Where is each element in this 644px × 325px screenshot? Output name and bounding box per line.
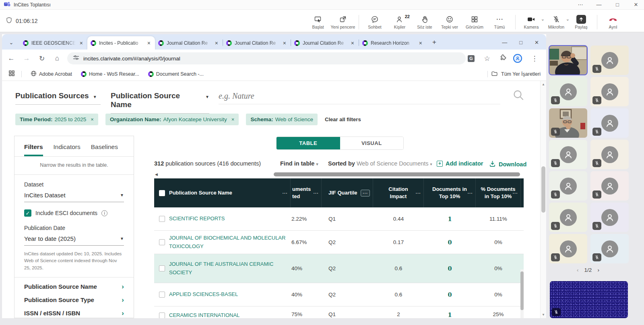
info-icon[interactable]: i: [101, 210, 107, 216]
esci-checkbox-row[interactable]: ✓ Include ESCI documents i: [24, 209, 124, 217]
participant-tile[interactable]: [549, 77, 587, 106]
row-checkbox[interactable]: [159, 216, 165, 222]
scroll-left-icon[interactable]: ◀: [155, 172, 158, 176]
leave-button[interactable]: Ayrıl: [601, 12, 625, 29]
tab-close-icon[interactable]: ×: [214, 40, 219, 46]
row-checkbox[interactable]: [159, 239, 165, 245]
filter-chip-organization[interactable]: Organization Name: Afyon Kocatepe Univer…: [105, 114, 239, 125]
raise-hand-button[interactable]: Söz iste: [413, 12, 436, 29]
table-horizontal-scrollbar[interactable]: ◀: [154, 172, 524, 177]
column-menu-icon[interactable]: ⋯: [361, 190, 370, 197]
participant-tile[interactable]: [590, 140, 629, 169]
participant-tile[interactable]: [590, 77, 629, 106]
column-menu-icon[interactable]: ⋯: [282, 190, 287, 196]
accordion-publication-source-name[interactable]: Publication Source Name ›: [14, 277, 134, 291]
source-search-input[interactable]: [219, 88, 500, 104]
browser-menu-icon[interactable]: ⋮: [528, 52, 541, 64]
remove-filter-icon[interactable]: ×: [91, 116, 94, 122]
source-link[interactable]: JOURNAL OF BIOCHEMICAL AND MOLECULAR TOX…: [169, 234, 286, 250]
react-button[interactable]: Tepki ver: [438, 12, 461, 29]
start-share-button[interactable]: Başlat: [306, 12, 330, 29]
remove-filter-icon[interactable]: ×: [231, 116, 235, 122]
filter-chip-time-period[interactable]: Time Period: 2025 to 2025 ×: [15, 114, 98, 125]
accordion-publication-source-type[interactable]: Publication Source Type ›: [14, 291, 134, 304]
clear-all-filters-link[interactable]: Clear all filters: [325, 116, 361, 122]
browser-tab-active[interactable]: Incites - Publicatio ×: [87, 36, 155, 50]
minimize-icon[interactable]: —: [595, 2, 603, 8]
vscroll-thumb[interactable]: [520, 271, 524, 310]
source-link[interactable]: CERAMICS INTERNATIONAL: [169, 311, 239, 318]
search-icon[interactable]: [512, 89, 524, 103]
apps-grid-icon[interactable]: [8, 70, 15, 78]
scroll-up-icon[interactable]: ▲: [542, 83, 545, 86]
participant-tile[interactable]: [549, 234, 587, 263]
forward-icon[interactable]: →: [21, 52, 33, 64]
participant-tile[interactable]: [549, 203, 587, 232]
participant-video-tile[interactable]: [549, 108, 587, 138]
column-header-citation-impact[interactable]: CitationImpact ⋯: [373, 178, 424, 207]
table-vertical-scrollbar[interactable]: [520, 269, 524, 318]
mic-chevron-icon[interactable]: ⌄: [566, 17, 570, 22]
mic-button[interactable]: ⌄ Mikrofon: [545, 12, 568, 29]
maximize-icon[interactable]: □: [613, 2, 621, 8]
browser-maximize-icon[interactable]: □: [519, 39, 522, 46]
browser-tab[interactable]: Journal Citation Re ×: [155, 36, 223, 50]
source-link[interactable]: APPLIED SCIENCES-BASEL: [169, 290, 238, 298]
row-checkbox[interactable]: [159, 313, 165, 318]
browser-minimize-icon[interactable]: —: [502, 39, 507, 46]
visual-view-button[interactable]: VISUAL: [340, 137, 404, 149]
home-icon[interactable]: ⌂: [51, 52, 63, 64]
column-menu-icon[interactable]: ⋯: [467, 190, 473, 196]
camera-button[interactable]: ⌄ Kamera: [520, 12, 543, 29]
browser-tab[interactable]: IEEE GEOSCIENCE ×: [20, 36, 87, 50]
bookmark-star-icon[interactable]: ☆: [481, 52, 493, 64]
accordion-issn[interactable]: ISSN / eISSN / ISBN ›: [14, 304, 134, 317]
all-bookmarks-label[interactable]: Tüm Yer İşaretleri: [501, 71, 541, 77]
camera-chevron-icon[interactable]: ⌄: [541, 17, 545, 22]
participant-tile[interactable]: [549, 140, 587, 169]
tab-close-icon[interactable]: ×: [418, 40, 423, 46]
participant-tile[interactable]: [590, 46, 629, 75]
participant-tile[interactable]: [590, 108, 629, 138]
bookmark-wos-home[interactable]: Home - WoS Resear...: [81, 71, 139, 77]
page-scrollbar[interactable]: ▲ ▼: [540, 81, 546, 318]
scroll-down-icon[interactable]: ▼: [542, 313, 545, 317]
table-view-button[interactable]: TABLE: [277, 137, 340, 149]
browser-close-icon[interactable]: ✕: [535, 39, 539, 46]
tab-close-icon[interactable]: ×: [78, 40, 84, 46]
browser-tab[interactable]: Journal Citation Re ×: [223, 36, 291, 50]
dataset-select[interactable]: InCites Dataset ▼: [24, 192, 124, 202]
source-link[interactable]: JOURNAL OF THE AUSTRALIAN CERAMIC SOCIET…: [169, 260, 286, 276]
new-tab-button[interactable]: +: [429, 37, 440, 48]
profile-avatar[interactable]: [513, 54, 522, 63]
view-button[interactable]: Görünüm: [463, 12, 486, 29]
column-header-jif-quartile[interactable]: JIF Quartile ⋯: [322, 178, 373, 207]
select-all-checkbox[interactable]: [159, 190, 165, 196]
tab-indicators[interactable]: Indicators: [54, 143, 80, 156]
new-window-button[interactable]: Yeni pencere: [331, 12, 355, 29]
screen-share-preview[interactable]: [550, 281, 628, 318]
add-indicator-button[interactable]: +Add indicator: [437, 160, 483, 167]
participant-tile[interactable]: [590, 171, 629, 201]
page-scroll-thumb[interactable]: [541, 166, 545, 213]
tab-baselines[interactable]: Baselines: [91, 143, 118, 156]
titlebar-more-icon[interactable]: ⋯: [576, 2, 584, 8]
column-header-pct-top10[interactable]: % Documentsin Top 10% ⋯: [476, 178, 521, 207]
find-in-table-dropdown[interactable]: Find in table ▾: [280, 160, 318, 167]
translate-icon[interactable]: G: [468, 55, 475, 62]
people-button[interactable]: 22 Kişiler: [388, 12, 411, 29]
tab-close-icon[interactable]: ×: [282, 40, 287, 46]
participant-tile[interactable]: [590, 234, 629, 263]
prev-page-icon[interactable]: ‹: [577, 267, 579, 273]
back-icon[interactable]: ←: [5, 52, 17, 64]
row-checkbox[interactable]: [159, 292, 165, 298]
bookmark-adobe[interactable]: Adobe Acrobat: [31, 70, 72, 78]
address-bar[interactable]: incites.clarivate.com/#/analysis/0/journ…: [67, 52, 466, 64]
row-checkbox[interactable]: [159, 265, 165, 271]
source-link[interactable]: SCIENTIFIC REPORTS: [169, 215, 225, 223]
next-page-icon[interactable]: ›: [597, 267, 599, 273]
participant-tile[interactable]: [590, 203, 629, 232]
bookmark-document-search[interactable]: Document Search -...: [148, 71, 204, 77]
reload-icon[interactable]: ↻: [36, 52, 48, 64]
download-button[interactable]: Download: [489, 160, 526, 168]
